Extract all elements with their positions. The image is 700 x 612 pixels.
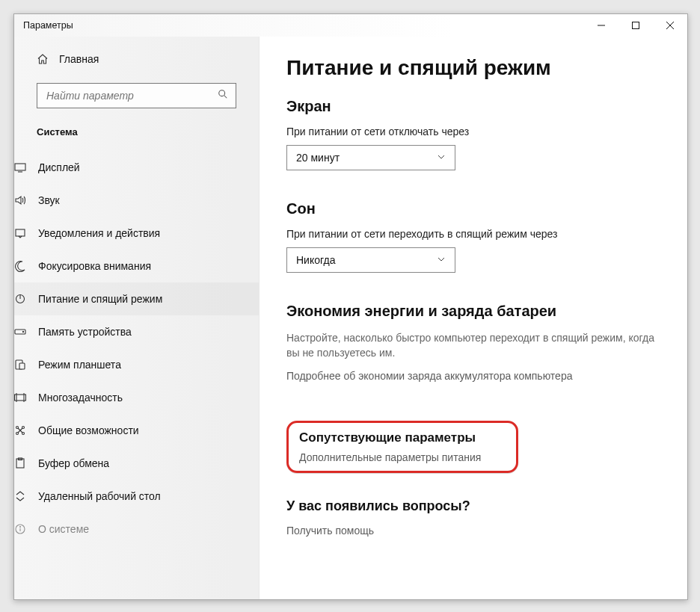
help-section: У вас появились вопросы? Получить помощь <box>286 498 660 537</box>
close-button[interactable] <box>653 14 687 37</box>
sleep-section: Сон При питании от сети переходить в спя… <box>286 200 660 273</box>
sidebar-item-label: Режим планшета <box>38 359 121 371</box>
sidebar-item-label: О системе <box>38 523 89 535</box>
related-heading: Сопутствующие параметры <box>299 430 506 445</box>
shared-icon <box>14 424 26 436</box>
related-callout: Сопутствующие параметры Дополнительные п… <box>286 421 518 473</box>
svg-rect-6 <box>15 164 25 170</box>
storage-icon <box>14 326 26 338</box>
search-icon <box>218 89 228 102</box>
svg-rect-8 <box>16 229 25 236</box>
sidebar-item-label: Уведомления и действия <box>38 227 160 239</box>
power-icon <box>14 293 26 305</box>
sidebar-item-storage[interactable]: Память устройства <box>14 315 260 348</box>
sleep-heading: Сон <box>286 200 660 217</box>
screen-section: Экран При питании от сети отключать чере… <box>286 98 660 170</box>
sidebar-section: Система <box>37 126 236 137</box>
search-input[interactable] <box>45 89 218 102</box>
svg-rect-1 <box>633 22 639 29</box>
remote-icon <box>14 490 26 502</box>
screen-heading: Экран <box>286 98 660 115</box>
screen-label: При питании от сети отключать через <box>286 126 660 137</box>
sidebar-item-display[interactable]: Дисплей <box>14 151 260 184</box>
battery-heading: Экономия энергии и заряда батареи <box>286 303 660 320</box>
sidebar-item-label: Питание и спящий режим <box>38 293 162 305</box>
svg-point-12 <box>22 331 23 332</box>
sidebar-item-label: Многозадачность <box>38 392 123 404</box>
sleep-label: При питании от сети переходить в спящий … <box>286 228 660 240</box>
home-label: Главная <box>59 53 99 65</box>
settings-window: Параметры Главная <box>13 13 688 600</box>
sidebar-item-multitask[interactable]: Многозадачность <box>14 381 260 414</box>
about-icon <box>14 523 26 535</box>
help-heading: У вас появились вопросы? <box>286 498 660 514</box>
battery-link[interactable]: Подробнее об экономии заряда аккумулятор… <box>286 370 660 382</box>
svg-line-5 <box>224 96 227 99</box>
titlebar: Параметры <box>14 14 687 37</box>
tablet-icon <box>14 359 26 371</box>
home-icon <box>37 53 49 65</box>
sidebar-item-label: Удаленный рабочий стол <box>38 490 161 502</box>
battery-desc: Настройте, насколько быстро компьютер пе… <box>286 330 660 361</box>
sidebar-item-shared[interactable]: Общие возможности <box>14 414 260 447</box>
home-link[interactable]: Главная <box>37 50 236 68</box>
minimize-button[interactable] <box>584 14 618 37</box>
sidebar-item-focus[interactable]: Фокусировка внимания <box>14 250 260 282</box>
search-input-wrap[interactable] <box>37 83 236 108</box>
sidebar-item-label: Фокусировка внимания <box>38 260 151 272</box>
battery-section: Экономия энергии и заряда батареи Настро… <box>286 303 660 382</box>
sidebar-item-label: Память устройства <box>38 326 132 338</box>
svg-point-4 <box>219 90 225 96</box>
sidebar-item-clipboard[interactable]: Буфер обмена <box>14 447 260 480</box>
sidebar-item-power[interactable]: Питание и спящий режим <box>14 282 260 315</box>
multitask-icon <box>14 392 26 404</box>
help-link[interactable]: Получить помощь <box>286 525 660 537</box>
page-title: Питание и спящий режим <box>286 56 660 80</box>
screen-select[interactable]: 20 минут <box>286 145 455 170</box>
sidebar-item-sound[interactable]: Звук <box>14 184 260 217</box>
sidebar-item-label: Буфер обмена <box>38 457 109 469</box>
sidebar-item-remote[interactable]: Удаленный рабочий стол <box>14 480 260 513</box>
sidebar-item-label: Общие возможности <box>38 424 139 436</box>
sidebar-item-about[interactable]: О системе <box>14 513 260 545</box>
screen-select-value: 20 минут <box>296 152 340 164</box>
display-icon <box>14 161 26 173</box>
chevron-down-icon <box>437 254 446 266</box>
sidebar-item-tablet[interactable]: Режим планшета <box>14 348 260 381</box>
sidebar-item-notifications[interactable]: Уведомления и действия <box>14 217 260 250</box>
svg-rect-14 <box>19 363 25 369</box>
sidebar-item-label: Звук <box>38 194 60 206</box>
sidebar-item-label: Дисплей <box>38 161 80 173</box>
sleep-select[interactable]: Никогда <box>286 247 455 273</box>
sleep-select-value: Никогда <box>296 254 335 266</box>
focus-icon <box>14 260 26 272</box>
svg-point-28 <box>20 527 21 528</box>
notification-icon <box>14 227 26 239</box>
content: Питание и спящий режим Экран При питании… <box>260 37 687 599</box>
window-title: Параметры <box>23 20 73 31</box>
nav-list: Дисплей Звук Уведомления и действия Фоку… <box>14 151 260 545</box>
chevron-down-icon <box>437 152 446 164</box>
related-link[interactable]: Дополнительные параметры питания <box>299 451 506 463</box>
clipboard-icon <box>14 457 26 469</box>
sidebar: Главная Система Дисплей Звук <box>14 37 260 599</box>
sound-icon <box>14 194 26 206</box>
maximize-button[interactable] <box>618 14 653 37</box>
